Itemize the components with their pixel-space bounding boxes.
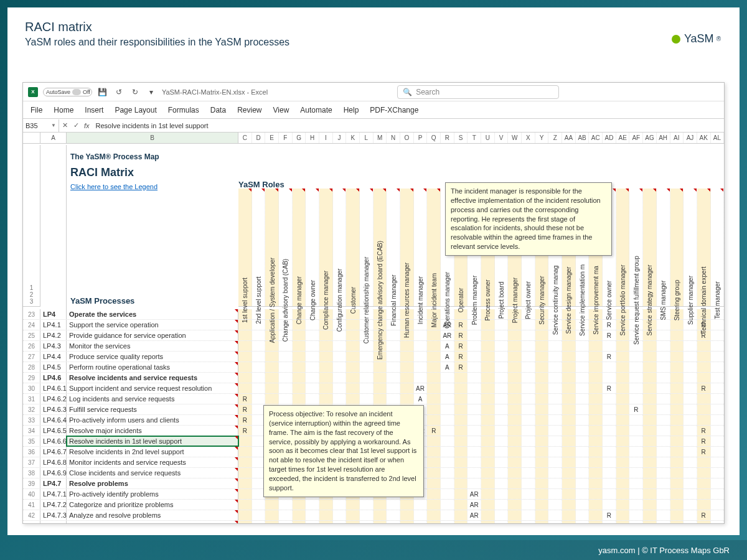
raci-cell[interactable]: [427, 383, 441, 393]
raci-cell[interactable]: [548, 373, 562, 383]
raci-cell[interactable]: [670, 373, 684, 383]
raci-cell[interactable]: [548, 457, 562, 467]
raci-cell[interactable]: [333, 383, 347, 393]
raci-cell[interactable]: [697, 521, 711, 523]
raci-cell[interactable]: [684, 521, 697, 523]
raci-cell[interactable]: [522, 447, 535, 457]
raci-cell[interactable]: [548, 426, 562, 436]
raci-cell[interactable]: [427, 436, 441, 446]
raci-cell[interactable]: [535, 362, 549, 372]
undo-icon[interactable]: ↺: [113, 86, 125, 98]
row-number[interactable]: 30: [23, 383, 40, 393]
raci-cell[interactable]: R: [603, 383, 616, 393]
raci-cell[interactable]: [629, 362, 643, 372]
raci-cell[interactable]: [684, 447, 697, 457]
raci-cell[interactable]: [589, 362, 603, 372]
raci-cell[interactable]: [374, 383, 387, 393]
raci-cell[interactable]: [522, 457, 535, 467]
raci-cell[interactable]: [441, 500, 454, 510]
raci-cell[interactable]: [495, 352, 509, 362]
raci-cell[interactable]: [643, 415, 657, 425]
raci-cell[interactable]: [711, 457, 724, 467]
raci-cell[interactable]: [629, 521, 643, 523]
raci-cell[interactable]: [711, 415, 724, 425]
raci-cell[interactable]: [522, 500, 535, 510]
raci-cell[interactable]: [427, 352, 441, 362]
raci-cell[interactable]: [265, 373, 279, 383]
raci-cell[interactable]: A: [441, 352, 454, 362]
raci-cell[interactable]: [427, 330, 441, 340]
process-name[interactable]: Support incident and service request res…: [67, 383, 238, 393]
raci-cell[interactable]: [589, 457, 603, 467]
raci-cell[interactable]: [711, 436, 724, 446]
col-header[interactable]: X: [522, 133, 535, 143]
col-header[interactable]: C: [238, 133, 252, 143]
raci-cell[interactable]: [576, 510, 590, 520]
raci-cell[interactable]: [495, 478, 509, 488]
raci-cell[interactable]: [387, 394, 400, 404]
raci-cell[interactable]: [238, 510, 252, 520]
role-column[interactable]: Financial manager: [387, 189, 400, 306]
raci-cell[interactable]: [603, 447, 616, 457]
raci-cell[interactable]: R: [697, 510, 711, 520]
role-column[interactable]: Change owner: [306, 189, 319, 306]
process-id[interactable]: LP4.6.8: [40, 457, 67, 467]
raci-cell[interactable]: [427, 500, 441, 510]
raci-cell[interactable]: [306, 383, 319, 393]
raci-cell[interactable]: [711, 404, 724, 414]
raci-cell[interactable]: [697, 415, 711, 425]
raci-cell[interactable]: [387, 352, 400, 362]
raci-cell[interactable]: [522, 352, 535, 362]
raci-cell[interactable]: [400, 510, 414, 520]
raci-cell[interactable]: [711, 330, 724, 340]
raci-cell[interactable]: [508, 415, 522, 425]
raci-cell[interactable]: [589, 415, 603, 425]
raci-cell[interactable]: [562, 468, 576, 478]
raci-cell[interactable]: [643, 436, 657, 446]
raci-cell[interactable]: [467, 352, 481, 362]
process-name[interactable]: Resolve major incidents: [67, 426, 238, 436]
raci-cell[interactable]: [467, 468, 481, 478]
row-number[interactable]: 37: [23, 457, 40, 467]
raci-cell[interactable]: [643, 426, 657, 436]
raci-cell[interactable]: [629, 478, 643, 488]
raci-cell[interactable]: [360, 373, 374, 383]
raci-cell[interactable]: [535, 415, 549, 425]
row-number[interactable]: 39: [23, 478, 40, 488]
raci-cell[interactable]: [616, 352, 630, 362]
raci-cell[interactable]: [562, 521, 576, 523]
raci-cell[interactable]: [657, 415, 670, 425]
raci-cell[interactable]: [562, 362, 576, 372]
raci-cell[interactable]: [508, 521, 522, 523]
raci-cell[interactable]: [495, 404, 509, 414]
raci-cell[interactable]: [481, 394, 495, 404]
raci-cell[interactable]: [306, 373, 319, 383]
raci-cell[interactable]: [481, 500, 495, 510]
raci-cell[interactable]: [427, 457, 441, 467]
raci-cell[interactable]: [657, 373, 670, 383]
raci-cell[interactable]: [535, 426, 549, 436]
raci-cell[interactable]: [252, 510, 266, 520]
raci-cell[interactable]: [481, 415, 495, 425]
raci-cell[interactable]: [684, 341, 697, 351]
process-id[interactable]: LP4.2: [40, 330, 67, 340]
raci-cell[interactable]: [481, 320, 495, 330]
raci-cell[interactable]: [427, 468, 441, 478]
raci-cell[interactable]: [293, 394, 306, 404]
raci-cell[interactable]: [603, 468, 616, 478]
raci-cell[interactable]: [319, 394, 333, 404]
raci-cell[interactable]: [495, 320, 509, 330]
raci-cell[interactable]: [616, 415, 630, 425]
raci-cell[interactable]: [576, 436, 590, 446]
raci-cell[interactable]: [711, 362, 724, 372]
raci-cell[interactable]: [629, 352, 643, 362]
raci-cell[interactable]: [616, 478, 630, 488]
raci-cell[interactable]: [495, 447, 509, 457]
raci-cell[interactable]: [467, 394, 481, 404]
raci-cell[interactable]: [387, 362, 400, 372]
table-row[interactable]: 27LP4.4Produce service quality reportsAR…: [23, 352, 724, 362]
raci-cell[interactable]: [387, 521, 400, 523]
raci-cell[interactable]: R: [697, 436, 711, 446]
raci-cell[interactable]: [643, 457, 657, 467]
raci-cell[interactable]: [629, 489, 643, 499]
